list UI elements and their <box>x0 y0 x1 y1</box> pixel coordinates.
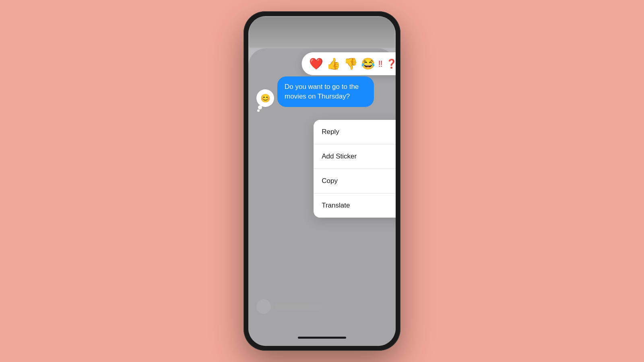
emoji-thumbsup[interactable]: 👍 <box>326 57 341 70</box>
translate-label: Translate <box>322 202 350 210</box>
sender-avatar: 😊 <box>256 89 274 107</box>
add-sticker-label: Add Sticker <box>322 152 357 160</box>
menu-item-add-sticker[interactable]: Add Sticker <box>314 144 396 169</box>
emoji-haha[interactable]: 😂 <box>361 57 375 70</box>
bottom-chat-hint <box>256 299 388 314</box>
phone-screen: ❤️ 👍 👎 😂 ‼️ ❓ 🥰 ● 😊 Do you want to go to… <box>248 16 396 346</box>
context-menu: Reply Add Sticker <box>314 120 396 218</box>
menu-item-copy[interactable]: Copy <box>314 169 396 193</box>
copy-label: Copy <box>322 177 338 185</box>
reply-label: Reply <box>322 128 339 136</box>
message-bubble: Do you want to go to the movies on Thurs… <box>277 76 374 107</box>
emoji-question[interactable]: ❓ <box>386 59 396 69</box>
phone-frame: ❤️ 👍 👎 😂 ‼️ ❓ 🥰 ● 😊 Do you want to go to… <box>244 11 400 351</box>
menu-item-translate[interactable]: Translate A 文 <box>314 193 396 218</box>
emoji-exclamation[interactable]: ‼️ <box>378 59 383 69</box>
home-indicator <box>298 337 346 339</box>
message-area: 😊 Do you want to go to the movies on Thu… <box>256 76 388 107</box>
content-area: ❤️ 👍 👎 😂 ‼️ ❓ 🥰 ● 😊 Do you want to go to… <box>248 48 396 346</box>
emoji-reaction-bar[interactable]: ❤️ 👍 👎 😂 ‼️ ❓ 🥰 ● <box>302 52 396 75</box>
message-text: Do you want to go to the movies on Thurs… <box>285 83 359 100</box>
sender-icon: 😊 <box>260 93 270 103</box>
bottom-avatar <box>256 299 271 314</box>
menu-item-reply[interactable]: Reply <box>314 120 396 144</box>
emoji-thumbsdown[interactable]: 👎 <box>344 57 358 70</box>
top-bar <box>248 16 396 48</box>
emoji-heart[interactable]: ❤️ <box>309 57 323 70</box>
bottom-text-hint <box>274 303 322 310</box>
